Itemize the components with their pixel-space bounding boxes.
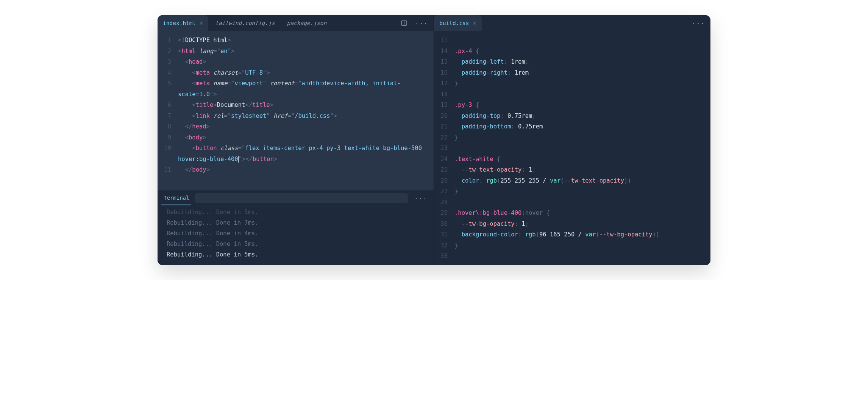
terminal-tab-label: Terminal bbox=[164, 195, 189, 201]
split-editor-icon[interactable] bbox=[398, 17, 411, 29]
code-content: --tw-text-opacity: 1; bbox=[454, 164, 543, 175]
line-number: 6 bbox=[158, 100, 178, 111]
terminal-more-icon[interactable]: ··· bbox=[412, 195, 430, 202]
code-line: 1<!DOCTYPE html> bbox=[158, 35, 434, 46]
code-content: <meta charset="UTF-8"> bbox=[178, 67, 277, 78]
code-content: color: rgb(255 255 255 / var(--tw-text-o… bbox=[454, 175, 638, 186]
code-line: 11 </body> bbox=[158, 164, 434, 175]
line-number: 27 bbox=[434, 186, 454, 197]
more-actions-icon[interactable]: ··· bbox=[412, 17, 431, 29]
left-tab-bar: index.html×tailwind.config.jspackage.jso… bbox=[158, 15, 434, 31]
right-pane: build.css× ··· 1314.px-4 {15 padding-lef… bbox=[434, 15, 710, 265]
line-number: 9 bbox=[158, 132, 178, 143]
line-number: 32 bbox=[434, 240, 454, 251]
line-number: 3 bbox=[158, 56, 178, 67]
line-number: 24 bbox=[434, 154, 454, 165]
code-content: padding-top: 0.75rem; bbox=[454, 111, 543, 122]
line-number: 15 bbox=[434, 56, 454, 67]
code-line: 27} bbox=[434, 186, 710, 197]
line-number: 18 bbox=[434, 89, 454, 100]
more-actions-icon[interactable]: ··· bbox=[689, 17, 708, 29]
terminal-header: Terminal ··· bbox=[158, 191, 434, 205]
right-tab-bar: build.css× ··· bbox=[434, 15, 710, 31]
terminal-panel: Terminal ··· Rebuilding... Done in 5ms.R… bbox=[158, 191, 434, 265]
line-number: 19 bbox=[434, 100, 454, 111]
line-number: 25 bbox=[434, 164, 454, 175]
left-tab[interactable]: index.html× bbox=[158, 15, 208, 31]
code-content: <meta name="viewport" content="width=dev… bbox=[178, 78, 434, 100]
line-number: 2 bbox=[158, 46, 178, 57]
terminal-line: Rebuilding... Done in 5ms. bbox=[167, 207, 427, 217]
line-number: 10 bbox=[158, 143, 178, 154]
line-number: 23 bbox=[434, 143, 454, 154]
line-number: 5 bbox=[158, 78, 178, 89]
code-content: padding-right: 1rem bbox=[454, 67, 535, 78]
code-line: 6 <title>Document</title> bbox=[158, 100, 434, 111]
code-content: <button class="flex items-center px-4 py… bbox=[178, 143, 434, 164]
line-number: 17 bbox=[434, 78, 454, 89]
editor-window: index.html×tailwind.config.jspackage.jso… bbox=[158, 15, 710, 265]
code-content: <head> bbox=[178, 56, 213, 67]
code-line: 10 <button class="flex items-center px-4… bbox=[158, 143, 434, 164]
line-number: 14 bbox=[434, 46, 454, 57]
code-line: 5 <meta name="viewport" content="width=d… bbox=[158, 78, 434, 100]
line-number: 16 bbox=[434, 67, 454, 78]
code-line: 4 <meta charset="UTF-8"> bbox=[158, 67, 434, 78]
code-line: 33 bbox=[434, 251, 710, 262]
code-line: 23 bbox=[434, 143, 710, 154]
line-number: 29 bbox=[434, 208, 454, 219]
code-line: 16 padding-right: 1rem bbox=[434, 67, 710, 78]
line-number: 22 bbox=[434, 132, 454, 143]
tab-label: tailwind.config.js bbox=[215, 20, 275, 26]
code-line: 32} bbox=[434, 240, 710, 251]
left-tab[interactable]: tailwind.config.js bbox=[210, 15, 280, 31]
line-number: 26 bbox=[434, 175, 454, 186]
code-content: <!DOCTYPE html> bbox=[178, 35, 238, 46]
code-content: .px-4 { bbox=[454, 46, 486, 57]
code-line: 31 background-color: rgb(96 165 250 / va… bbox=[434, 229, 710, 240]
code-content: padding-bottom: 0.75rem bbox=[454, 121, 550, 132]
terminal-output[interactable]: Rebuilding... Done in 5ms.Rebuilding... … bbox=[158, 205, 434, 265]
code-line: 15 padding-left: 1rem; bbox=[434, 56, 710, 67]
code-line: 21 padding-bottom: 0.75rem bbox=[434, 121, 710, 132]
line-number: 8 bbox=[158, 121, 178, 132]
code-content: } bbox=[454, 78, 465, 89]
line-number: 4 bbox=[158, 67, 178, 78]
terminal-tab[interactable]: Terminal bbox=[161, 191, 191, 205]
close-icon[interactable]: × bbox=[200, 20, 203, 26]
tab-label: index.html bbox=[163, 20, 196, 26]
line-number: 33 bbox=[434, 251, 454, 262]
code-line: 25 --tw-text-opacity: 1; bbox=[434, 164, 710, 175]
code-content: <html lang="en"> bbox=[178, 46, 241, 57]
code-content: } bbox=[454, 240, 465, 251]
code-content: .hover\:bg-blue-400:hover { bbox=[454, 208, 557, 219]
line-number: 7 bbox=[158, 111, 178, 122]
code-line: 19.py-3 { bbox=[434, 100, 710, 111]
code-content: } bbox=[454, 186, 465, 197]
code-content: .text-white { bbox=[454, 154, 507, 165]
code-line: 24.text-white { bbox=[434, 154, 710, 165]
code-content: } bbox=[454, 132, 465, 143]
code-line: 2<html lang="en"> bbox=[158, 46, 434, 57]
code-line: 7 <link rel="stylesheet" href="/build.cs… bbox=[158, 111, 434, 122]
code-line: 26 color: rgb(255 255 255 / var(--tw-tex… bbox=[434, 175, 710, 186]
code-line: 14.px-4 { bbox=[434, 46, 710, 57]
code-line: 3 <head> bbox=[158, 56, 434, 67]
right-tab[interactable]: build.css× bbox=[434, 15, 482, 31]
line-number: 11 bbox=[158, 164, 178, 175]
code-line: 28 bbox=[434, 197, 710, 208]
terminal-input[interactable] bbox=[195, 193, 408, 203]
code-line: 22} bbox=[434, 132, 710, 143]
left-pane: index.html×tailwind.config.jspackage.jso… bbox=[158, 15, 434, 265]
line-number: 28 bbox=[434, 197, 454, 208]
code-line: 9 <body> bbox=[158, 132, 434, 143]
close-icon[interactable]: × bbox=[473, 20, 476, 26]
left-tab[interactable]: package.json bbox=[281, 15, 332, 31]
code-line: 8 </head> bbox=[158, 121, 434, 132]
right-code-editor[interactable]: 1314.px-4 {15 padding-left: 1rem;16 padd… bbox=[434, 31, 710, 265]
left-code-editor[interactable]: 1<!DOCTYPE html>2<html lang="en">3 <head… bbox=[158, 31, 434, 191]
code-line: 18 bbox=[434, 89, 710, 100]
terminal-line: Rebuilding... Done in 5ms. bbox=[167, 249, 427, 260]
terminal-line: Rebuilding... Done in 7ms. bbox=[167, 217, 427, 228]
code-content: <title>Document</title> bbox=[178, 100, 280, 111]
